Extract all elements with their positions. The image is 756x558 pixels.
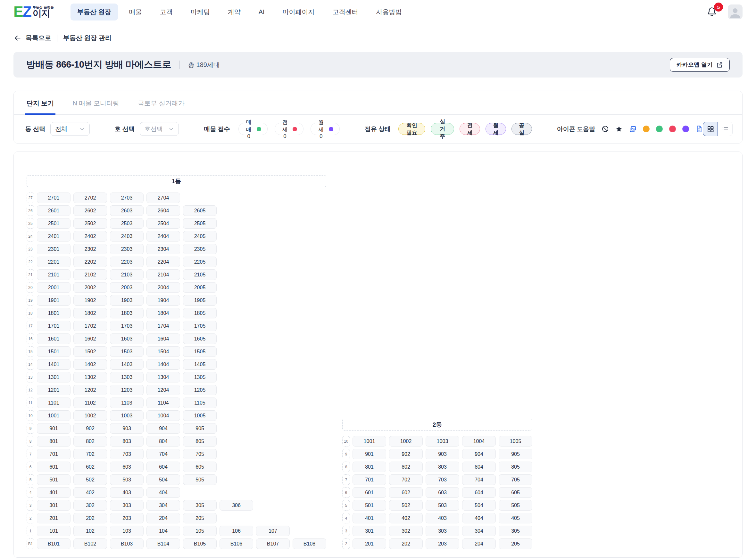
unit-cell[interactable]: 1002 [73, 410, 107, 421]
unit-cell[interactable]: 1503 [110, 346, 144, 357]
unit-cell[interactable]: 701 [352, 474, 386, 485]
unit-cell[interactable]: 505 [499, 500, 532, 511]
tab[interactable]: 국토부 실거래가 [137, 91, 186, 115]
unit-cell[interactable]: 905 [499, 449, 532, 459]
unit-cell[interactable]: 2605 [183, 205, 217, 216]
unit-cell[interactable]: 405 [499, 513, 532, 524]
nav-item[interactable]: 고객 [153, 3, 179, 21]
unit-cell[interactable]: B107 [256, 538, 290, 549]
back-to-list-button[interactable]: 목록으로 [14, 34, 51, 42]
unit-cell[interactable]: 402 [73, 487, 107, 498]
unit-cell[interactable]: 705 [499, 474, 532, 485]
unit-cell[interactable]: 1801 [37, 308, 71, 319]
unit-cell[interactable]: 1103 [110, 398, 144, 408]
unit-cell[interactable]: 402 [389, 513, 423, 524]
unit-cell[interactable]: 2602 [73, 205, 107, 216]
unit-cell[interactable]: 2402 [73, 231, 107, 242]
unit-cell[interactable]: 1604 [146, 333, 180, 344]
unit-cell[interactable]: 802 [73, 436, 107, 447]
unit-cell[interactable]: 304 [146, 500, 180, 511]
unit-cell[interactable]: 2001 [37, 282, 71, 293]
app-logo[interactable]: EZ 부동산 플랫폼 이지 [14, 5, 54, 18]
unit-cell[interactable]: 1501 [37, 346, 71, 357]
unit-cell[interactable]: 1904 [146, 295, 180, 306]
unit-cell[interactable]: 305 [499, 526, 532, 536]
unit-cell[interactable]: B105 [183, 538, 217, 549]
nav-item[interactable]: 계약 [221, 3, 247, 21]
unit-cell[interactable]: 502 [389, 500, 423, 511]
unit-cell[interactable]: 1705 [183, 321, 217, 331]
unit-cell[interactable]: 802 [389, 462, 423, 472]
unit-cell[interactable]: 202 [389, 538, 423, 549]
nav-item[interactable]: 사용방법 [369, 3, 409, 21]
unit-cell[interactable]: 2104 [146, 270, 180, 280]
unit-cell[interactable]: 403 [425, 513, 459, 524]
unit-cell[interactable]: 602 [73, 462, 107, 472]
unit-cell[interactable]: 105 [183, 526, 217, 536]
unit-cell[interactable]: 301 [37, 500, 71, 511]
unit-cell[interactable]: 2305 [183, 244, 217, 254]
unit-cell[interactable]: 805 [183, 436, 217, 447]
unit-cell[interactable]: 504 [462, 500, 496, 511]
unit-cell[interactable]: 2404 [146, 231, 180, 242]
unit-cell[interactable]: 1701 [37, 321, 71, 331]
unit-cell[interactable]: 2303 [110, 244, 144, 254]
unit-cell[interactable]: 203 [110, 513, 144, 524]
unit-cell[interactable]: 1004 [146, 410, 180, 421]
unit-cell[interactable]: 1504 [146, 346, 180, 357]
unit-cell[interactable]: 1802 [73, 308, 107, 319]
unit-cell[interactable]: 2103 [110, 270, 144, 280]
unit-cell[interactable]: 1301 [37, 372, 71, 382]
unit-cell[interactable]: 2302 [73, 244, 107, 254]
unit-cell[interactable]: 2702 [73, 193, 107, 203]
occupancy-badge[interactable]: 공실 [511, 123, 532, 135]
unit-cell[interactable]: 801 [37, 436, 71, 447]
unit-cell[interactable]: 2504 [146, 218, 180, 229]
unit-cell[interactable]: 1502 [73, 346, 107, 357]
open-kakao-map-button[interactable]: 카카오맵 열기 [670, 58, 730, 72]
unit-cell[interactable]: 1702 [73, 321, 107, 331]
unit-cell[interactable]: B108 [293, 538, 326, 549]
unit-cell[interactable]: 2301 [37, 244, 71, 254]
unit-cell[interactable]: 2601 [37, 205, 71, 216]
unit-cell[interactable]: 901 [37, 423, 71, 434]
unit-cell[interactable]: 1401 [37, 359, 71, 370]
unit-cell[interactable]: 702 [73, 449, 107, 459]
unit-cell[interactable]: 704 [462, 474, 496, 485]
unit-cell[interactable]: 705 [183, 449, 217, 459]
unit-cell[interactable]: 2603 [110, 205, 144, 216]
list-view-button[interactable] [717, 122, 733, 136]
unit-cell[interactable]: 403 [110, 487, 144, 498]
unit-cell[interactable]: 503 [110, 474, 144, 485]
unit-cell[interactable]: 103 [110, 526, 144, 536]
unit-cell[interactable]: 1102 [73, 398, 107, 408]
unit-cell[interactable]: 704 [146, 449, 180, 459]
unit-cell[interactable]: 1803 [110, 308, 144, 319]
unit-cell[interactable]: 1602 [73, 333, 107, 344]
unit-cell[interactable]: 501 [352, 500, 386, 511]
nav-item[interactable]: 매물 [122, 3, 149, 21]
unit-cell[interactable]: 1603 [110, 333, 144, 344]
unit-cell[interactable]: 104 [146, 526, 180, 536]
unit-cell[interactable]: 804 [462, 462, 496, 472]
unit-cell[interactable]: 2403 [110, 231, 144, 242]
unit-cell[interactable]: 2105 [183, 270, 217, 280]
unit-cell[interactable]: 303 [425, 526, 459, 536]
unit-cell[interactable]: 2304 [146, 244, 180, 254]
unit-cell[interactable]: 2201 [37, 257, 71, 267]
unit-cell[interactable]: 301 [352, 526, 386, 536]
unit-cell[interactable]: 201 [352, 538, 386, 549]
unit-cell[interactable]: B103 [110, 538, 144, 549]
unit-cell[interactable]: 1902 [73, 295, 107, 306]
unit-cell[interactable]: 1404 [146, 359, 180, 370]
listing-pill[interactable]: 전세 0 [275, 123, 304, 135]
tab[interactable]: 단지 보기 [25, 91, 55, 115]
unit-cell[interactable]: 1004 [462, 436, 496, 447]
unit-cell[interactable]: 803 [425, 462, 459, 472]
unit-cell[interactable]: 2401 [37, 231, 71, 242]
unit-cell[interactable]: 903 [425, 449, 459, 459]
unit-cell[interactable]: 101 [37, 526, 71, 536]
unit-cell[interactable]: B101 [37, 538, 71, 549]
unit-cell[interactable]: 304 [462, 526, 496, 536]
unit-cell[interactable]: 1303 [110, 372, 144, 382]
